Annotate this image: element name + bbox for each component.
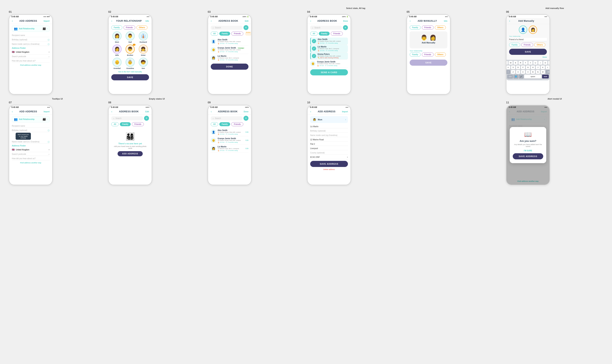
key-j[interactable]: J — [536, 65, 540, 69]
key-123[interactable]: 123 — [507, 75, 513, 78]
s02-tag-friends[interactable]: Friends — [123, 26, 135, 29]
key-p[interactable]: P — [548, 61, 550, 65]
s03-tab-family[interactable]: Family — [219, 32, 230, 36]
s11-save-btn[interactable]: SAVE ADDRESS — [513, 153, 543, 159]
s06-tag-friends[interactable]: Friends — [521, 43, 533, 47]
s09-search[interactable]: ⌕ Search — [211, 116, 242, 120]
s04-contact-3[interactable]: ✓ Emma Peters 15 Station Road, Red cliff… — [310, 52, 348, 60]
s02-not-listed[interactable]: Not in the list? Add manually — [111, 71, 149, 73]
key-f[interactable]: F — [521, 65, 525, 69]
s02-rel-wife[interactable]: 👩 Wife — [111, 45, 123, 56]
s02-rel-sister[interactable]: 👧 Sister — [137, 45, 149, 56]
s10-back[interactable]: ‹ — [310, 110, 311, 113]
key-n[interactable]: N — [536, 70, 540, 74]
key-r[interactable]: R — [518, 61, 523, 65]
s11-sure-btn[interactable]: I'M SURE — [513, 150, 543, 152]
s08-back[interactable]: ‹ — [111, 110, 112, 113]
key-u[interactable]: U — [533, 61, 538, 65]
s07-name-info[interactable]: ⓘ — [48, 141, 50, 143]
s09-contact-2[interactable]: 👴 Granpa Jamie Smith 15 Station Road, Re… — [211, 136, 248, 144]
s07-postcode[interactable]: Search postcode ⌕ — [12, 152, 50, 156]
s10-postcode[interactable]: EC42 235F — [310, 156, 320, 158]
key-k[interactable]: K — [541, 65, 545, 69]
s03-edit[interactable]: Edit — [245, 20, 248, 22]
s05-tag-family[interactable]: Family — [410, 26, 421, 29]
s08-add-address-btn[interactable]: ADD ADDRESS — [118, 151, 143, 156]
s02-tag-others[interactable]: Others — [136, 26, 148, 29]
s06-done-label[interactable]: Done — [509, 56, 547, 58]
s09-contact-3[interactable]: 👩 Liz Martin 12 Marine road, flat 2, Liv… — [211, 144, 248, 153]
key-v[interactable]: V — [526, 70, 530, 74]
s02-rel-mum[interactable]: 👩 Mum — [111, 31, 123, 43]
key-z[interactable]: Z — [511, 70, 515, 74]
s04-search[interactable]: ⌕ Search — [310, 26, 342, 30]
s09-tab-family[interactable]: Family — [219, 122, 230, 126]
s02-rel-dad[interactable]: 👨 Dad — [124, 31, 136, 43]
key-t[interactable]: T — [523, 61, 528, 65]
s01-name-info[interactable]: ⓘ — [48, 43, 50, 46]
s07-birthday-info[interactable]: ⓘ — [48, 129, 50, 132]
s02-rel-son[interactable]: 🧒 Son — [137, 58, 149, 69]
s09-back[interactable]: ‹ — [211, 110, 212, 113]
s04-contact-1[interactable]: ✓ Alex Smith 15 Station Road, Red cliff,… — [310, 38, 348, 45]
s05-info[interactable]: Info — [444, 20, 447, 22]
s03-add-btn[interactable]: + — [244, 25, 248, 30]
s04-done[interactable]: Done — [343, 20, 348, 22]
s10-delete[interactable]: Delete address — [310, 169, 348, 170]
s03-contact-1[interactable]: 👤 Alex Smith 15 Station Road, Red cliff,… — [211, 38, 248, 46]
s03-tab-all[interactable]: All — [211, 32, 218, 36]
key-c[interactable]: C — [521, 70, 525, 74]
s07-country-row[interactable]: 🇬🇧 United Kingdom ▾ — [12, 147, 50, 152]
s08-edit[interactable]: Edit — [145, 111, 149, 113]
key-h[interactable]: H — [531, 65, 535, 69]
s10-name[interactable]: Liz Martin — [310, 125, 348, 128]
key-l[interactable]: L — [546, 65, 550, 69]
s03-contact-2[interactable]: 👴 Granpa Jamie Smith Grandpa 15 Station … — [211, 46, 248, 54]
key-mic[interactable]: 🎤 — [519, 75, 524, 78]
s02-rel-brother[interactable]: 👦 ✓ Brother — [124, 45, 136, 56]
s05-tag-friends[interactable]: Friends — [422, 26, 434, 29]
s04-contact-4[interactable]: 👴 Granpa Jamie Smith 15 Station Road, Re… — [310, 60, 348, 68]
key-b[interactable]: B — [531, 70, 535, 74]
key-s[interactable]: S — [511, 65, 515, 69]
s08-tab-family[interactable]: Family — [120, 122, 131, 126]
key-m[interactable]: M — [541, 70, 545, 74]
key-o[interactable]: O — [543, 61, 547, 65]
s06-tag-family[interactable]: Family — [509, 43, 520, 47]
s02-save-btn[interactable]: SAVE — [111, 74, 149, 80]
s02-tag-family[interactable]: Family — [111, 26, 122, 29]
s10-addr2[interactable]: Flat 2 — [310, 142, 348, 146]
s09-add-btn[interactable]: + — [244, 116, 248, 121]
key-y[interactable]: Y — [528, 61, 532, 65]
s05-rel-friends[interactable]: Friends — [422, 52, 434, 57]
key-i[interactable]: I — [538, 61, 543, 65]
s03-tab-friends[interactable]: Friends — [231, 32, 243, 36]
s04-tab-all[interactable]: All — [310, 32, 318, 36]
key-g[interactable]: G — [526, 65, 530, 69]
s06-tag-others[interactable]: Others — [534, 43, 545, 47]
s02-rel-grandad[interactable]: 👴 Grandad — [111, 58, 123, 69]
s03-contact-3[interactable]: 👩 Liz Martin 12 Marine road, flat 2, Liv… — [211, 54, 248, 62]
s10-city[interactable]: Liverpool — [310, 146, 348, 150]
s09-done[interactable]: Done — [244, 111, 248, 113]
s07-find-address[interactable]: Find address another way — [12, 162, 50, 164]
s01-import[interactable]: Import — [44, 20, 50, 22]
key-w[interactable]: W — [509, 61, 513, 65]
key-shift[interactable]: ⇧ — [506, 70, 510, 74]
s06-rel-input[interactable] — [509, 38, 547, 41]
s04-tab-family[interactable]: Family — [319, 32, 330, 36]
s09-edit-1[interactable]: Edit — [245, 131, 248, 133]
s05-back[interactable]: ‹ — [410, 19, 411, 23]
key-q[interactable]: Q — [506, 61, 508, 65]
s02-rel-husband[interactable]: 👔 Husband — [137, 31, 149, 43]
s10-save-btn[interactable]: SAVE ADDRESS — [310, 161, 348, 167]
s01-back[interactable]: ‹ — [12, 19, 13, 23]
s01-dropdown[interactable]: ▾ — [49, 51, 50, 53]
key-space[interactable]: space — [524, 75, 542, 78]
s01-country-row[interactable]: 🇬🇧 United Kingdom ▾ — [12, 50, 50, 54]
key-a[interactable]: A — [506, 65, 510, 69]
s03-back[interactable]: ‹ — [211, 19, 212, 23]
s02-back[interactable]: ‹ — [111, 19, 112, 23]
s06-save-btn[interactable]: SAVE — [509, 49, 547, 55]
s09-edit-2[interactable]: Edit — [245, 139, 248, 141]
